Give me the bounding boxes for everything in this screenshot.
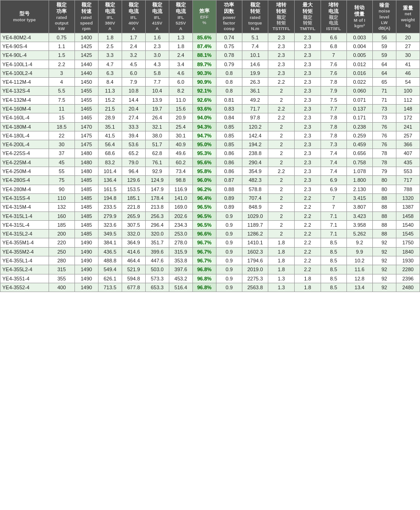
cell-rpm: 1465 <box>74 105 98 113</box>
cell-kw: 220 <box>49 238 74 247</box>
cell-eff: 90.3% <box>192 68 216 77</box>
cell-i400: 265.9 <box>122 211 145 220</box>
cell-i415: 178.4 <box>145 193 169 202</box>
table-row: YE4-132S-45.5145511.310.810.48.292.1%0.8… <box>0 87 420 95</box>
cell-i415: 296.4 <box>145 220 169 229</box>
cell-ist: 7.5 <box>321 95 346 104</box>
cell-kw: 55 <box>49 167 74 176</box>
cell-torque: 290.4 <box>242 158 268 167</box>
cell-ist: 7.1 <box>321 230 346 238</box>
cell-tst: 2.3 <box>268 68 295 77</box>
cell-i415: 19.7 <box>145 105 169 113</box>
cell-tm: 2.2 <box>295 193 321 202</box>
cell-weight: 717 <box>396 176 420 185</box>
table-row: YE4-90L-41.514253.33.23.02.488.1%0.7810.… <box>0 51 420 60</box>
cell-inertia: 0.060 <box>346 87 372 95</box>
cell-model: YE4-160M-4 <box>0 105 49 113</box>
cell-i400: 464.4 <box>122 256 145 265</box>
cell-ist: 8.5 <box>321 256 346 265</box>
cell-tm: 2.3 <box>295 176 321 185</box>
cell-kw: 4 <box>49 78 74 87</box>
cell-kw: 90 <box>49 185 74 193</box>
table-row: YE4-160L-415146528.927.426.420.994.0%0.8… <box>0 113 420 122</box>
cell-i380: 194.8 <box>98 193 122 202</box>
col-header-ist: 堵转 电流 额定 电流 IST/IFL <box>321 0 346 33</box>
cell-inertia: 11.6 <box>346 265 372 274</box>
cell-tst: 2 <box>268 140 295 149</box>
cell-i415: 4.3 <box>145 60 169 68</box>
table-row: YE4-315S-41101485194.8185.1178.4141.096.… <box>0 193 420 202</box>
cell-eff: 96.5% <box>192 220 216 229</box>
cell-pf: 0.74 <box>216 33 242 42</box>
cell-kw: 280 <box>49 256 74 265</box>
cell-i380: 488.8 <box>98 256 122 265</box>
cell-model: YE4-225S-4 <box>0 149 49 158</box>
cell-tm: 2.3 <box>295 42 321 50</box>
cell-tst: 2.2 <box>268 113 295 122</box>
cell-eff: 95.3% <box>192 149 216 158</box>
cell-inertia: 3.415 <box>346 193 372 202</box>
cell-i380: 323.6 <box>98 220 122 229</box>
cell-i525: 11.0 <box>169 95 192 104</box>
table-row: YE4-315L1-41601485279.9265.9256.3202.696… <box>0 211 420 220</box>
cell-eff: 94.7% <box>192 131 216 140</box>
cell-rpm: 1480 <box>74 158 98 167</box>
cell-model: YE4-315L1-4 <box>0 211 49 220</box>
table-row: YE4-100L1-42.214404.74.54.33.489.7%0.791… <box>0 60 420 68</box>
cell-model: YE4-315L-4 <box>0 220 49 229</box>
table-row: YE4-315L-41851485323.6307.5296.4234.396.… <box>0 220 420 229</box>
cell-kw: 37 <box>49 149 74 158</box>
cell-weight: 1840 <box>396 247 420 256</box>
cell-weight: 148 <box>396 105 420 113</box>
cell-weight: 27 <box>396 42 420 50</box>
cell-kw: 250 <box>49 247 74 256</box>
cell-tm: 2.3 <box>295 105 321 113</box>
cell-i400: 27.4 <box>122 113 145 122</box>
cell-i415: 256.3 <box>145 211 169 220</box>
cell-i400: 65.2 <box>122 149 145 158</box>
cell-eff: 94.3% <box>192 122 216 131</box>
cell-i400: 39.4 <box>122 131 145 140</box>
cell-i525: 516.4 <box>169 283 192 292</box>
cell-eff: 96.8% <box>192 283 216 292</box>
cell-i400: 53.6 <box>122 140 145 149</box>
cell-i400: 96.4 <box>122 167 145 176</box>
cell-eff: 89.7% <box>192 60 216 68</box>
cell-i400: 20.4 <box>122 105 145 113</box>
cell-noise: 80 <box>372 185 396 193</box>
cell-kw: 400 <box>49 283 74 292</box>
cell-torque: 2275.3 <box>242 274 268 283</box>
cell-i525: 116.9 <box>169 185 192 193</box>
cell-weight: 46 <box>396 68 420 77</box>
cell-ist: 6.9 <box>321 185 346 193</box>
cell-tm: 2.2 <box>295 211 321 220</box>
cell-rpm: 1485 <box>74 211 98 220</box>
cell-i380: 83.2 <box>98 158 122 167</box>
cell-i525: 253.0 <box>169 230 192 238</box>
cell-rpm: 1490 <box>74 247 98 256</box>
cell-kw: 11 <box>49 105 74 113</box>
cell-i400: 153.5 <box>122 185 145 193</box>
cell-tm: 2.2 <box>295 265 321 274</box>
cell-torque: 71.7 <box>242 105 268 113</box>
cell-i380: 41.5 <box>98 131 122 140</box>
cell-ist: 8.5 <box>321 274 346 283</box>
table-row: YE4-280M-4901485161.5153.5147.9116.996.2… <box>0 185 420 193</box>
cell-i525: 60.2 <box>169 158 192 167</box>
cell-inertia: 0.171 <box>346 113 372 122</box>
cell-i415: 13.9 <box>145 95 169 104</box>
cell-kw: 7.5 <box>49 95 74 104</box>
col-header-kw: 额定 功率 rated output kW <box>49 0 74 33</box>
cell-ist: 8.5 <box>321 238 346 247</box>
cell-eff: 96.7% <box>192 247 216 256</box>
cell-ist: 7.3 <box>321 140 346 149</box>
cell-noise: 59 <box>372 42 396 50</box>
col-header-eff: 效率 EFF % <box>192 0 216 33</box>
cell-rpm: 1485 <box>74 185 98 193</box>
cell-model: YE4-280M-4 <box>0 185 49 193</box>
cell-rpm: 1425 <box>74 42 98 50</box>
cell-torque: 2563.8 <box>242 283 268 292</box>
cell-noise: 64 <box>372 68 396 77</box>
cell-inertia: 0.656 <box>346 149 372 158</box>
table-row: YE4-180M-418.5147035.133.332.125.494.3%0… <box>0 122 420 131</box>
